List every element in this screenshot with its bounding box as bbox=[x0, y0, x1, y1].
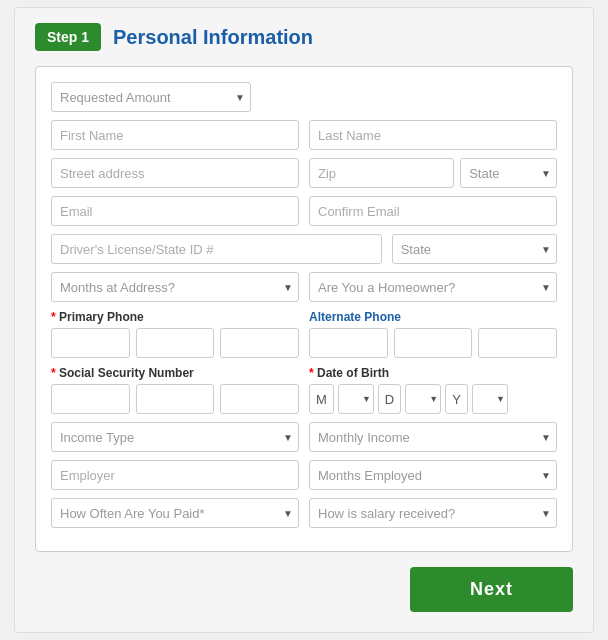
primary-phone-3[interactable] bbox=[220, 328, 299, 358]
form-footer: Next bbox=[35, 567, 573, 612]
form-header: Step 1 Personal Information bbox=[35, 23, 573, 51]
page-title: Personal Information bbox=[113, 26, 313, 49]
dob-day-select[interactable] bbox=[405, 384, 441, 414]
alternate-phone-label: Alternate Phone bbox=[309, 310, 557, 324]
alternate-phone-1[interactable] bbox=[309, 328, 388, 358]
months-employed-select[interactable]: Months Employed bbox=[309, 460, 557, 490]
primary-phone-label: Primary Phone bbox=[51, 310, 299, 324]
employer-input[interactable] bbox=[51, 460, 299, 490]
drivers-license-input[interactable] bbox=[51, 234, 382, 264]
ssn-dob-row: Social Security Number Date of Birth M D bbox=[51, 366, 557, 414]
name-row bbox=[51, 120, 557, 150]
primary-phone-group bbox=[51, 328, 299, 358]
dob-y-label: Y bbox=[445, 384, 468, 414]
income-row: Income Type Monthly Income bbox=[51, 422, 557, 452]
dob-label: Date of Birth bbox=[309, 366, 557, 380]
first-name-input[interactable] bbox=[51, 120, 299, 150]
last-name-input[interactable] bbox=[309, 120, 557, 150]
monthly-income-select[interactable]: Monthly Income bbox=[309, 422, 557, 452]
form-area: Requested Amount bbox=[35, 66, 573, 552]
address-row: State bbox=[51, 158, 557, 188]
address-info-row: Months at Address? Are You a Homeowner? bbox=[51, 272, 557, 302]
income-type-select[interactable]: Income Type bbox=[51, 422, 299, 452]
state-select[interactable]: State bbox=[460, 158, 557, 188]
phone-row: Primary Phone Alternate Phone bbox=[51, 310, 557, 358]
pay-row: How Often Are You Paid* How is salary re… bbox=[51, 498, 557, 528]
dob-month-select[interactable] bbox=[338, 384, 374, 414]
alternate-phone-2[interactable] bbox=[394, 328, 473, 358]
street-address-input[interactable] bbox=[51, 158, 299, 188]
alternate-phone-group bbox=[309, 328, 557, 358]
email-input[interactable] bbox=[51, 196, 299, 226]
email-row bbox=[51, 196, 557, 226]
dob-year-select[interactable] bbox=[472, 384, 508, 414]
next-button[interactable]: Next bbox=[410, 567, 573, 612]
months-address-select[interactable]: Months at Address? bbox=[51, 272, 299, 302]
employer-row: Months Employed bbox=[51, 460, 557, 490]
salary-received-select[interactable]: How is salary received? bbox=[309, 498, 557, 528]
zip-input[interactable] bbox=[309, 158, 454, 188]
step-badge: Step 1 bbox=[35, 23, 101, 51]
alternate-phone-3[interactable] bbox=[478, 328, 557, 358]
ssn-group bbox=[51, 384, 299, 414]
confirm-email-input[interactable] bbox=[309, 196, 557, 226]
ssn-3[interactable] bbox=[220, 384, 299, 414]
homeowner-select[interactable]: Are You a Homeowner? bbox=[309, 272, 557, 302]
how-often-paid-select[interactable]: How Often Are You Paid* bbox=[51, 498, 299, 528]
ssn-2[interactable] bbox=[136, 384, 215, 414]
drivers-license-row: State bbox=[51, 234, 557, 264]
requested-amount-select[interactable]: Requested Amount bbox=[51, 82, 251, 112]
ssn-label: Social Security Number bbox=[51, 366, 299, 380]
dob-group: M D Y bbox=[309, 384, 557, 414]
primary-phone-2[interactable] bbox=[136, 328, 215, 358]
license-state-select[interactable]: State bbox=[392, 234, 557, 264]
ssn-1[interactable] bbox=[51, 384, 130, 414]
dob-m-label: M bbox=[309, 384, 334, 414]
dob-d-label: D bbox=[378, 384, 401, 414]
primary-phone-1[interactable] bbox=[51, 328, 130, 358]
requested-amount-row: Requested Amount bbox=[51, 82, 557, 112]
